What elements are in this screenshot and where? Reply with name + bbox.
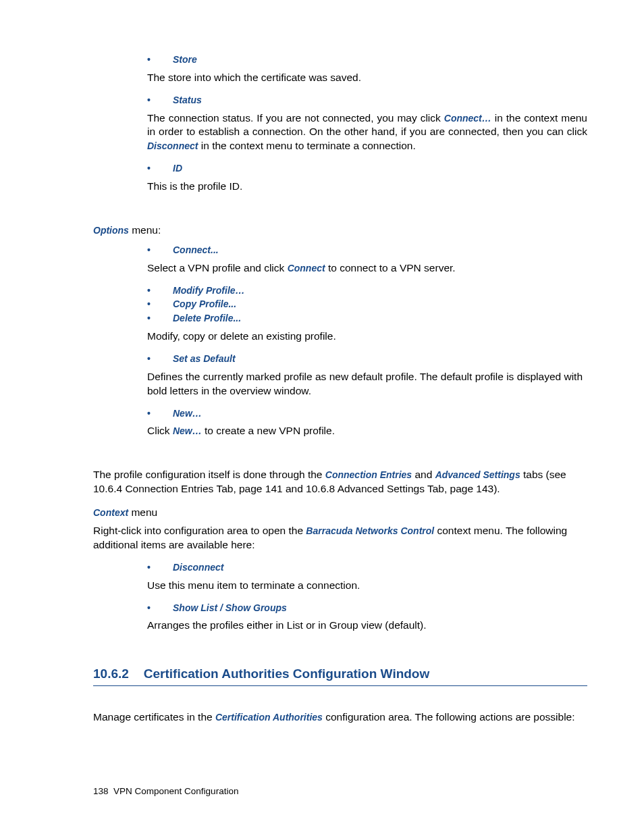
- store-label: Store: [173, 54, 197, 66]
- bullet-copy: • Copy Profile...: [147, 298, 587, 310]
- bullet-id: • ID: [147, 163, 587, 174]
- id-label: ID: [173, 163, 182, 174]
- section-number: 10.6.2: [93, 667, 129, 681]
- bullet-disconnect: • Disconnect: [147, 562, 587, 573]
- connect-term: Connect…: [444, 113, 491, 124]
- cert-auth-term: Certification Authorities: [215, 712, 323, 723]
- section-heading: 10.6.2 Certification Authorities Configu…: [93, 667, 587, 686]
- options-suffix: menu:: [129, 224, 161, 236]
- bullet-icon: •: [147, 285, 173, 296]
- copy-label: Copy Profile...: [173, 298, 236, 310]
- new-text-2: to create a new VPN profile.: [202, 425, 335, 436]
- modify-label: Modify Profile…: [173, 285, 245, 296]
- bullet-icon: •: [147, 163, 173, 174]
- context-suffix: menu: [128, 506, 157, 518]
- page-content: • Store The store into which the certifi…: [93, 54, 587, 734]
- profile-ops-block: • Modify Profile… • Copy Profile... • De…: [147, 285, 587, 344]
- context-text-1: Right-click into configuration area to o…: [93, 525, 306, 536]
- show-block: • Show List / Show Groups Arranges the p…: [147, 602, 587, 633]
- context-description: Right-click into configuration area to o…: [93, 524, 587, 552]
- bullet-new: • New…: [147, 408, 587, 419]
- bullet-delete: • Delete Profile...: [147, 313, 587, 324]
- default-description: Defines the currently marked profile as …: [147, 370, 587, 398]
- barracuda-term: Barracuda Networks Control: [306, 525, 434, 536]
- options-menu-heading: Options menu:: [93, 224, 587, 238]
- cert-description: Manage certificates in the Certification…: [93, 710, 587, 725]
- footer-section: VPN Component Configuration: [113, 786, 238, 796]
- bullet-icon: •: [147, 313, 173, 324]
- status-description: The connection status. If you are not co…: [147, 111, 587, 154]
- show-label: Show List / Show Groups: [173, 602, 287, 614]
- context-term: Context: [93, 507, 128, 518]
- status-block: • Status The connection status. If you a…: [147, 95, 587, 154]
- bullet-connect: • Connect...: [147, 244, 587, 256]
- bullet-icon: •: [147, 298, 173, 310]
- section-title: Certification Authorities Configuration …: [144, 667, 429, 681]
- cert-text-2: configuration area. The following action…: [323, 711, 575, 723]
- context-menu-heading: Context menu: [93, 506, 587, 520]
- store-block: • Store The store into which the certifi…: [147, 54, 587, 85]
- bullet-icon: •: [147, 408, 173, 419]
- tabs-paragraph: The profile configuration itself is done…: [93, 468, 587, 496]
- connect-inline-term: Connect: [288, 263, 325, 273]
- bullet-icon: •: [147, 54, 173, 66]
- tabs-text-2: and: [412, 469, 435, 480]
- disconnect-block: • Disconnect Use this menu item to termi…: [147, 562, 587, 593]
- new-block: • New… Click New… to create a new VPN pr…: [147, 408, 587, 439]
- default-label: Set as Default: [173, 353, 236, 365]
- options-term: Options: [93, 225, 129, 236]
- id-block: • ID This is the profile ID.: [147, 163, 587, 194]
- bullet-default: • Set as Default: [147, 353, 587, 365]
- new-description: Click New… to create a new VPN profile.: [147, 424, 587, 438]
- page-number: 138: [93, 786, 109, 796]
- disconnect-term: Disconnect: [147, 140, 198, 151]
- bullet-icon: •: [147, 562, 173, 573]
- cert-text-1: Manage certificates in the: [93, 711, 215, 723]
- bullet-store: • Store: [147, 54, 587, 66]
- conn-entries-term: Connection Entries: [325, 469, 412, 480]
- bullet-icon: •: [147, 244, 173, 256]
- connect-description: Select a VPN profile and click Connect t…: [147, 261, 587, 276]
- bullet-status: • Status: [147, 95, 587, 106]
- bullet-icon: •: [147, 602, 173, 614]
- bullet-show: • Show List / Show Groups: [147, 602, 587, 614]
- status-text-1: The connection status. If you are not co…: [147, 112, 444, 124]
- disconnect-label: Disconnect: [173, 562, 223, 573]
- new-text-1: Click: [147, 425, 173, 436]
- bullet-modify: • Modify Profile…: [147, 285, 587, 296]
- page-footer: 138 VPN Component Configuration: [93, 786, 238, 796]
- disconnect-description: Use this menu item to terminate a connec…: [147, 579, 587, 593]
- connect-block: • Connect... Select a VPN profile and cl…: [147, 244, 587, 276]
- connect-text-2: to connect to a VPN server.: [325, 262, 456, 273]
- default-block: • Set as Default Defines the currently m…: [147, 353, 587, 398]
- new-inline-term: New…: [173, 425, 202, 436]
- new-label: New…: [173, 408, 202, 419]
- bullet-icon: •: [147, 353, 173, 365]
- connect-label: Connect...: [173, 244, 219, 256]
- id-description: This is the profile ID.: [147, 180, 587, 194]
- delete-label: Delete Profile...: [173, 313, 241, 324]
- store-description: The store into which the certificate was…: [147, 71, 587, 85]
- bullet-icon: •: [147, 95, 173, 106]
- connect-text-1: Select a VPN profile and click: [147, 262, 288, 273]
- status-text-3: in the context menu to terminate a conne…: [198, 140, 415, 151]
- show-description: Arranges the profiles either in List or …: [147, 619, 587, 633]
- tabs-text-1: The profile configuration itself is done…: [93, 469, 325, 480]
- status-label: Status: [173, 95, 202, 106]
- profile-ops-description: Modify, copy or delete an existing profi…: [147, 330, 587, 344]
- adv-settings-term: Advanced Settings: [435, 469, 520, 480]
